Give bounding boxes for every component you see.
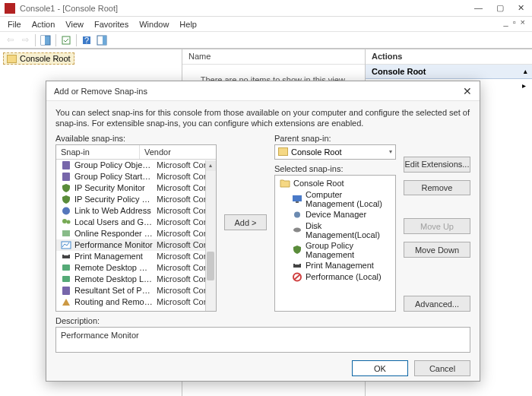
snapin-vendor: Microsoft Cor... <box>157 240 213 249</box>
snapin-row[interactable]: Print ManagementMicrosoft Cor... <box>56 251 216 262</box>
menu-window[interactable]: Window <box>139 20 169 29</box>
tree-node-console-root[interactable]: Console Root <box>3 52 74 65</box>
selected-node[interactable]: Computer Management (Local) <box>280 189 391 209</box>
disk-icon <box>292 225 302 235</box>
snapin-row[interactable]: Performance MonitorMicrosoft Cor... <box>56 239 216 251</box>
parent-snapin-combo[interactable]: Console Root ▾ <box>274 144 396 160</box>
menu-favorites[interactable]: Favorites <box>94 20 128 29</box>
back-button[interactable]: ⇦ <box>3 33 17 47</box>
col-vendor[interactable]: Vendor <box>140 145 176 159</box>
menu-action[interactable]: Action <box>32 20 55 29</box>
snapin-row[interactable]: IP Security Policy M...Microsoft Cor... <box>56 194 216 205</box>
add-remove-snapins-dialog: Add or Remove Snap-ins ✕ You can select … <box>46 81 480 382</box>
scroll-up-icon[interactable]: ▴ <box>206 160 216 171</box>
selected-node[interactable]: Device Manager <box>280 209 391 220</box>
move-up-button[interactable]: Move Up <box>404 218 470 234</box>
forward-button[interactable]: ⇨ <box>18 33 32 47</box>
snapin-name: Link to Web Address <box>74 206 154 215</box>
snapin-row[interactable]: Group Policy Starter...Microsoft Cor... <box>56 171 216 182</box>
mdi-restore[interactable]: ▫ <box>511 17 518 27</box>
shield-icon <box>292 245 302 255</box>
cancel-button[interactable]: Cancel <box>414 360 470 376</box>
snapin-name: Routing and Remote... <box>74 297 154 306</box>
snapin-vendor: Microsoft Cor... <box>157 263 213 272</box>
snapin-vendor: Microsoft Cor... <box>157 274 213 284</box>
parent-value: Console Root <box>291 147 342 157</box>
snapin-row[interactable]: Link to Web AddressMicrosoft Cor... <box>56 205 216 217</box>
advanced-button[interactable]: Advanced... <box>404 296 470 312</box>
selected-node-label: Print Management <box>306 261 374 270</box>
snapin-row[interactable]: IP Security MonitorMicrosoft Cor... <box>56 182 216 194</box>
scrollbar[interactable]: ▴ <box>205 160 216 311</box>
snapin-vendor: Microsoft Cor... <box>157 229 213 238</box>
folder-icon <box>280 179 290 188</box>
available-snapins-list[interactable]: Snap-in Vendor Group Policy Object ...Mi… <box>55 144 217 312</box>
titlebar: Console1 - [Console Root] — ▢ ✕ <box>0 0 532 17</box>
svg-rect-8 <box>62 173 70 181</box>
col-snapin[interactable]: Snap-in <box>56 145 140 159</box>
snapin-row[interactable]: Group Policy Object ...Microsoft Cor... <box>56 160 216 171</box>
result-header: Name <box>182 49 365 65</box>
edit-extensions-button[interactable]: Edit Extensions... <box>404 157 470 173</box>
export-list-button[interactable] <box>59 33 73 47</box>
menu-file[interactable]: File <box>8 20 21 29</box>
actions-section-label: Console Root <box>372 67 426 76</box>
description-box: Performance Monitor <box>55 327 470 353</box>
help-button[interactable]: ? <box>80 33 93 47</box>
snapin-vendor: Microsoft Cor... <box>157 172 213 181</box>
snapin-name: Remote Desktop Ga... <box>74 263 154 272</box>
menu-view[interactable]: View <box>65 20 84 29</box>
svg-rect-18 <box>62 287 70 295</box>
ok-button[interactable]: OK <box>352 360 408 376</box>
show-hide-tree-button[interactable] <box>39 33 52 47</box>
snapin-row[interactable]: Local Users and Gro...Microsoft Cor... <box>56 217 216 228</box>
snapin-row[interactable]: Resultant Set of PolicyMicrosoft Cor... <box>56 285 216 296</box>
remove-button[interactable]: Remove <box>404 180 470 196</box>
selected-node[interactable]: Group Policy Management <box>280 240 391 260</box>
snapin-row[interactable]: Remote Desktop Lic...Microsoft Cor... <box>56 274 216 285</box>
actions-section[interactable]: Console Root ▴ <box>366 65 532 79</box>
selected-node-label: Performance (Local) <box>306 272 382 281</box>
snapin-row[interactable]: Remote Desktop Ga...Microsoft Cor... <box>56 262 216 274</box>
menu-help[interactable]: Help <box>179 20 197 29</box>
snapin-name: Local Users and Gro... <box>74 217 154 227</box>
dialog-title: Add or Remove Snap-ins <box>54 87 147 96</box>
selected-node[interactable]: Disk Management(Local) <box>280 220 391 240</box>
snapin-row[interactable]: Routing and Remote...Microsoft Cor... <box>56 296 216 308</box>
selected-node[interactable]: Performance (Local) <box>280 271 391 283</box>
book-icon <box>61 286 71 296</box>
maximize-button[interactable]: ▢ <box>496 3 504 13</box>
scroll-thumb[interactable] <box>207 252 214 280</box>
gear-icon <box>292 210 302 220</box>
snapin-vendor: Microsoft Cor... <box>157 160 213 169</box>
actions-title: Actions <box>366 49 532 65</box>
svg-rect-1 <box>41 36 45 45</box>
available-label: Available snap-ins: <box>55 134 217 143</box>
folder-icon <box>7 55 17 63</box>
svg-point-10 <box>62 219 67 223</box>
selected-node-label: Disk Management(Local) <box>306 221 391 239</box>
book-icon <box>61 172 71 182</box>
users-icon <box>61 217 71 227</box>
rdp-icon <box>61 274 71 284</box>
minimize-button[interactable]: — <box>474 3 483 13</box>
snapin-row[interactable]: Online Responder M...Microsoft Cor... <box>56 228 216 239</box>
selected-node-label: Console Root <box>293 179 344 188</box>
mdi-minimize[interactable]: _ <box>502 17 511 27</box>
svg-point-21 <box>294 211 300 217</box>
dialog-close-button[interactable]: ✕ <box>463 85 472 97</box>
selected-node[interactable]: Print Management <box>280 260 391 271</box>
snapin-vendor: Microsoft Cor... <box>157 206 213 215</box>
selected-node[interactable]: Console Root <box>280 178 391 189</box>
svg-rect-6 <box>103 36 106 45</box>
tree-root-label: Console Root <box>20 54 71 63</box>
snapin-name: Online Responder M... <box>74 229 154 238</box>
move-down-button[interactable]: Move Down <box>404 242 470 258</box>
svg-rect-7 <box>62 161 70 169</box>
mdi-close[interactable]: × <box>518 17 527 27</box>
close-button[interactable]: ✕ <box>518 3 524 13</box>
svg-rect-17 <box>62 276 70 282</box>
add-button[interactable]: Add > <box>224 214 267 230</box>
actions-pane-button[interactable] <box>95 33 109 47</box>
selected-snapins-tree[interactable]: Console RootComputer Management (Local)D… <box>274 175 396 312</box>
